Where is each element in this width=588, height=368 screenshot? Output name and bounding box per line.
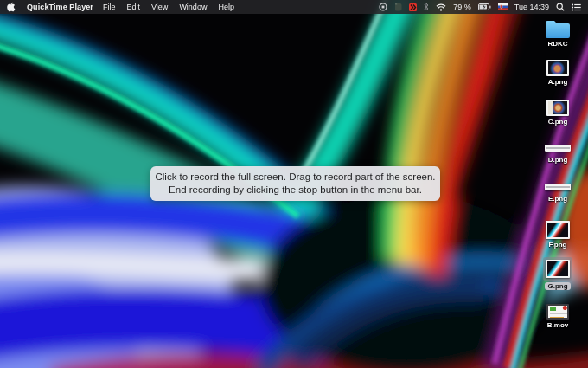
- desktop-icon-rdkc-folder[interactable]: RDKC: [534, 19, 582, 48]
- active-app-name[interactable]: QuickTime Player: [27, 3, 93, 11]
- evernote-icon[interactable]: [394, 3, 402, 11]
- movie-thumbnail-icon: [546, 304, 569, 320]
- screen-recording-instruction-tooltip: Click to record the full screen. Drag to…: [150, 166, 440, 201]
- menu-file[interactable]: File: [103, 3, 116, 11]
- menu-help[interactable]: Help: [218, 3, 234, 11]
- bluetooth-icon[interactable]: [424, 3, 429, 11]
- image-thumbnail-icon: [545, 145, 571, 152]
- wifi-icon[interactable]: [436, 3, 446, 11]
- notification-center-icon[interactable]: [572, 3, 581, 11]
- apple-menu-icon[interactable]: [7, 2, 16, 12]
- desktop-icon-label: B.mov: [547, 321, 568, 329]
- desktop-icon-b-mov[interactable]: B.mov: [534, 304, 582, 329]
- desktop-icon-label: F.png: [549, 241, 567, 249]
- clock-label[interactable]: Tue 14:39: [514, 3, 549, 11]
- desktop-icon-e-png[interactable]: E.png: [534, 184, 582, 203]
- image-thumbnail-icon: [545, 184, 571, 190]
- slovak-flag-icon[interactable]: [498, 3, 508, 10]
- tooltip-line-1: Click to record the full screen. Drag to…: [155, 171, 435, 184]
- desktop-icon-label: C.png: [548, 118, 568, 126]
- image-thumbnail-icon: [543, 257, 572, 281]
- desktop-icon-label: E.png: [548, 195, 567, 203]
- desktop-icon-g-png-selected[interactable]: G.png: [534, 257, 582, 290]
- desktop-icon-label: G.png: [545, 282, 570, 290]
- image-thumbnail-icon: [546, 221, 570, 239]
- menu-window[interactable]: Window: [179, 3, 207, 11]
- battery-charging-icon[interactable]: [478, 3, 491, 10]
- spotlight-search-icon[interactable]: [556, 3, 565, 11]
- image-thumbnail-icon: [546, 100, 569, 116]
- battery-percent-label: 79 %: [453, 3, 471, 11]
- menu-edit[interactable]: Edit: [127, 3, 141, 11]
- red-app-icon[interactable]: [409, 3, 417, 11]
- menu-view[interactable]: View: [151, 3, 168, 11]
- tooltip-line-2: End recording by clicking the stop butto…: [169, 184, 422, 197]
- desktop-icon-c-png[interactable]: C.png: [534, 100, 582, 126]
- desktop-icon-label: RDKC: [547, 40, 567, 48]
- desktop-icon-label: D.png: [548, 156, 568, 164]
- desktop-icon-d-png[interactable]: D.png: [534, 145, 582, 164]
- desktop-icon-label: A.png: [548, 78, 568, 86]
- folder-icon: [545, 19, 571, 38]
- desktop-screen-record-surface[interactable]: QuickTime Player File Edit View Window H…: [0, 0, 588, 368]
- desktop-icon-a-png[interactable]: A.png: [534, 60, 582, 86]
- desktop-icon-f-png[interactable]: F.png: [534, 221, 582, 249]
- image-thumbnail-icon: [546, 60, 569, 76]
- stop-recording-icon[interactable]: [379, 3, 387, 11]
- menu-bar: QuickTime Player File Edit View Window H…: [0, 0, 588, 14]
